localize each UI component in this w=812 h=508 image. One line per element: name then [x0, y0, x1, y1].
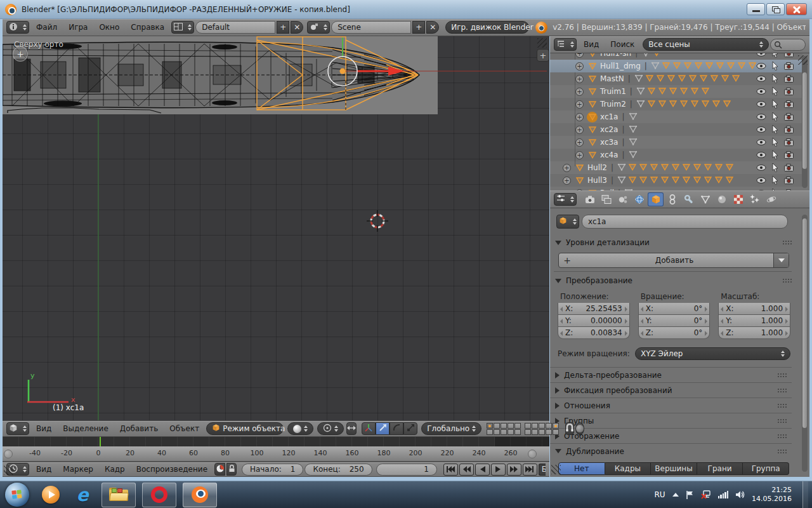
properties-region-expand-button[interactable]: +: [537, 49, 549, 62]
jump-to-start-button[interactable]: [443, 464, 458, 476]
panel-drag-dots[interactable]: [782, 240, 792, 245]
material-slot-icon[interactable]: [731, 74, 740, 84]
camera-render-icon[interactable]: [784, 126, 794, 133]
lock-button[interactable]: [226, 463, 237, 476]
material-slot-icon[interactable]: [714, 163, 723, 173]
camera-render-icon[interactable]: [784, 177, 794, 184]
taskbar-explorer-button[interactable]: [102, 483, 136, 507]
material-slot-icon[interactable]: [748, 62, 757, 71]
layer-cell[interactable]: [553, 429, 559, 435]
material-slot-icon[interactable]: [639, 176, 648, 185]
layer-cell[interactable]: [539, 423, 545, 429]
material-slot-icon[interactable]: [737, 62, 746, 71]
prev-keyframe-button[interactable]: [459, 464, 474, 476]
panel-collapsed-0[interactable]: Дельта-преобразование: [550, 367, 792, 382]
camera-render-icon[interactable]: [784, 164, 794, 171]
timeline-ruler[interactable]: -40-200204060801001201401601802002202402…: [3, 446, 549, 462]
material-slot-icon[interactable]: [704, 176, 712, 185]
material-slot-icon[interactable]: [716, 62, 724, 71]
editor-type-outliner-button[interactable]: [554, 38, 577, 51]
material-slot-icon[interactable]: [682, 176, 691, 185]
material-slot-icon[interactable]: [671, 163, 680, 173]
material-slot-icon[interactable]: [712, 100, 721, 109]
layout-delete-button[interactable]: ✕: [291, 21, 303, 34]
outliner-menu-0[interactable]: Вид: [578, 40, 605, 49]
outliner-item-xc1a[interactable]: +xc1a|: [550, 110, 802, 123]
transform-field-0-Z[interactable]: Z:0.00834: [558, 327, 630, 339]
material-slot-icon[interactable]: [726, 62, 735, 71]
translate-manipulator-button[interactable]: [376, 422, 390, 435]
material-slot-icon[interactable]: [669, 100, 678, 109]
corner-resize-grip[interactable]: [537, 38, 547, 48]
duplication-option-Кадры[interactable]: Кадры: [605, 462, 652, 475]
expand-toggle[interactable]: +: [575, 138, 584, 147]
eye-icon[interactable]: [756, 114, 766, 120]
layer-cell[interactable]: [508, 423, 514, 429]
expand-toggle[interactable]: +: [575, 88, 584, 96]
material-slot-icon[interactable]: [660, 163, 669, 173]
object-name[interactable]: Truim1: [600, 87, 626, 96]
object-name[interactable]: xc3a: [600, 138, 618, 147]
viewport-menu-1[interactable]: Выделение: [57, 424, 114, 433]
material-slot-icon[interactable]: [656, 74, 665, 84]
layer-cell[interactable]: [532, 429, 538, 435]
panel-drag-dots[interactable]: [777, 388, 787, 393]
network-status-icon[interactable]: [701, 490, 711, 499]
properties-tab-constraints[interactable]: [664, 192, 680, 206]
properties-tab-material[interactable]: [714, 192, 730, 206]
material-slot-icon[interactable]: [721, 74, 730, 84]
ruler-scroll-knob-right[interactable]: [528, 450, 537, 458]
transform-field-1-X[interactable]: X:0°: [638, 303, 710, 315]
rotation-mode-select[interactable]: XYZ Эйлер: [635, 347, 790, 360]
outliner-item-Truim2[interactable]: +Truim2|: [550, 98, 802, 110]
cursor-select-icon[interactable]: [772, 163, 778, 172]
transform-field-1-Y[interactable]: Y:0°: [638, 315, 710, 327]
duplication-option-Вершины[interactable]: Вершины: [651, 462, 697, 475]
layers-widget[interactable]: [487, 423, 559, 435]
timeline-track[interactable]: [3, 437, 549, 446]
panel-drag-dots[interactable]: [777, 373, 787, 378]
object-name[interactable]: xc2a: [600, 125, 618, 134]
editor-type-3dview-button[interactable]: [6, 422, 29, 435]
transform-field-0-X[interactable]: X:25.25453: [558, 303, 630, 315]
duplication-option-Группа[interactable]: Группа: [743, 462, 789, 475]
layer-cell[interactable]: [508, 429, 514, 435]
hidden-icons-button[interactable]: [672, 493, 679, 497]
corner-resize-grip[interactable]: [4, 465, 13, 475]
timeline-menu-2[interactable]: Кадр: [99, 465, 131, 474]
material-slot-icon[interactable]: [628, 163, 637, 173]
mesh-data-icon[interactable]: [629, 138, 638, 147]
layer-cell[interactable]: [532, 423, 538, 429]
next-keyframe-button[interactable]: [507, 464, 521, 476]
expand-toggle[interactable]: +: [575, 126, 584, 134]
material-slot-icon[interactable]: [701, 87, 710, 97]
layer-cell[interactable]: [525, 423, 531, 429]
material-slot-icon[interactable]: [701, 100, 710, 109]
lod-add-button[interactable]: + Добавить: [558, 253, 789, 268]
object-name[interactable]: Hull3: [587, 176, 607, 185]
jump-to-end-button[interactable]: [523, 464, 537, 476]
material-slot-icon[interactable]: [710, 74, 719, 84]
properties-scrollbar[interactable]: [802, 215, 808, 472]
outliner-item-xc4a[interactable]: +xc4a|: [550, 149, 802, 161]
material-slot-icon[interactable]: [660, 176, 669, 185]
transform-field-1-Z[interactable]: Z:0°: [638, 327, 710, 339]
taskbar-opera-button[interactable]: [142, 483, 176, 507]
panel-drag-dots[interactable]: [777, 449, 787, 454]
camera-render-icon[interactable]: [784, 62, 794, 70]
taskbar-media-player-button[interactable]: [38, 482, 63, 507]
layer-cell[interactable]: [514, 423, 521, 429]
eye-icon[interactable]: [756, 139, 766, 145]
mode-select[interactable]: Режим объекта: [206, 422, 284, 435]
eye-icon[interactable]: [756, 126, 766, 133]
properties-tab-texture[interactable]: [730, 192, 746, 206]
material-slot-icon[interactable]: [628, 176, 637, 185]
object-name[interactable]: xc4a: [600, 150, 618, 159]
material-slot-icon[interactable]: [683, 62, 692, 71]
mesh-data-icon[interactable]: [636, 87, 645, 97]
properties-tab-physics[interactable]: [763, 192, 779, 206]
layer-cell[interactable]: [525, 429, 531, 435]
expand-toggle[interactable]: +: [575, 100, 584, 109]
panel-drag-dots[interactable]: [777, 418, 787, 424]
eye-icon[interactable]: [756, 53, 766, 57]
